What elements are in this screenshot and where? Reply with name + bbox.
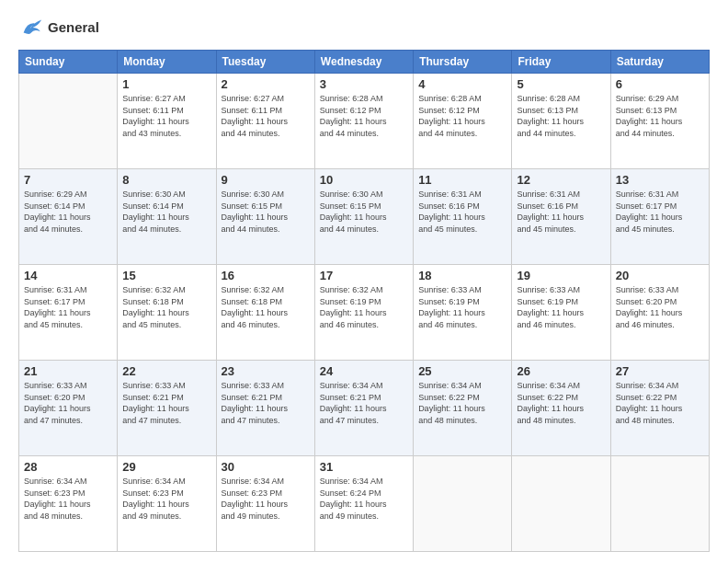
logo-icon [18,15,44,40]
calendar-cell: 20Sunrise: 6:33 AM Sunset: 6:20 PM Dayli… [610,265,709,361]
day-number: 13 [616,173,704,187]
day-header-wednesday: Wednesday [314,51,413,74]
day-info: Sunrise: 6:31 AM Sunset: 6:16 PM Dayligh… [418,189,506,235]
calendar-table: SundayMondayTuesdayWednesdayThursdayFrid… [18,50,710,552]
day-number: 31 [320,460,408,474]
day-info: Sunrise: 6:32 AM Sunset: 6:18 PM Dayligh… [122,284,210,330]
day-info: Sunrise: 6:33 AM Sunset: 6:21 PM Dayligh… [222,380,310,426]
day-number: 14 [24,269,112,282]
calendar-cell: 9Sunrise: 6:30 AM Sunset: 6:15 PM Daylig… [216,169,314,265]
calendar-cell: 22Sunrise: 6:33 AM Sunset: 6:21 PM Dayli… [118,361,216,456]
day-info: Sunrise: 6:29 AM Sunset: 6:13 PM Dayligh… [616,93,704,139]
day-info: Sunrise: 6:30 AM Sunset: 6:15 PM Dayligh… [222,189,310,235]
day-number: 28 [24,460,112,474]
day-number: 10 [320,173,408,187]
calendar-week-1: 1Sunrise: 6:27 AM Sunset: 6:11 PM Daylig… [19,74,710,169]
logo-text: General [48,19,99,36]
day-number: 29 [122,460,210,474]
day-number: 5 [517,77,605,91]
day-number: 27 [616,364,704,378]
calendar-cell: 16Sunrise: 6:32 AM Sunset: 6:18 PM Dayli… [216,265,314,361]
day-number: 7 [24,173,112,187]
calendar-week-2: 7Sunrise: 6:29 AM Sunset: 6:14 PM Daylig… [19,169,710,265]
day-info: Sunrise: 6:34 AM Sunset: 6:21 PM Dayligh… [320,380,408,426]
calendar-cell: 18Sunrise: 6:33 AM Sunset: 6:19 PM Dayli… [414,265,512,361]
header: General [18,15,710,40]
day-info: Sunrise: 6:34 AM Sunset: 6:22 PM Dayligh… [616,380,704,426]
day-info: Sunrise: 6:32 AM Sunset: 6:19 PM Dayligh… [320,284,408,330]
day-info: Sunrise: 6:28 AM Sunset: 6:12 PM Dayligh… [418,93,506,139]
day-number: 19 [517,269,605,282]
day-number: 23 [222,364,310,378]
calendar-week-4: 21Sunrise: 6:33 AM Sunset: 6:20 PM Dayli… [19,361,710,456]
day-info: Sunrise: 6:33 AM Sunset: 6:19 PM Dayligh… [418,284,506,330]
day-header-sunday: Sunday [19,51,118,74]
day-number: 30 [222,460,310,474]
day-number: 22 [122,364,210,378]
day-number: 26 [517,364,605,378]
day-header-monday: Monday [118,51,216,74]
day-number: 11 [418,173,506,187]
calendar-cell: 30Sunrise: 6:34 AM Sunset: 6:23 PM Dayli… [216,456,314,552]
day-info: Sunrise: 6:32 AM Sunset: 6:18 PM Dayligh… [222,284,310,330]
day-info: Sunrise: 6:31 AM Sunset: 6:17 PM Dayligh… [24,284,112,330]
day-info: Sunrise: 6:34 AM Sunset: 6:24 PM Dayligh… [320,476,408,522]
day-number: 16 [222,269,310,282]
day-info: Sunrise: 6:34 AM Sunset: 6:23 PM Dayligh… [222,476,310,522]
calendar-cell: 31Sunrise: 6:34 AM Sunset: 6:24 PM Dayli… [314,456,413,552]
day-info: Sunrise: 6:33 AM Sunset: 6:20 PM Dayligh… [616,284,704,330]
calendar-cell: 24Sunrise: 6:34 AM Sunset: 6:21 PM Dayli… [314,361,413,456]
day-info: Sunrise: 6:33 AM Sunset: 6:20 PM Dayligh… [24,380,112,426]
calendar-cell: 10Sunrise: 6:30 AM Sunset: 6:15 PM Dayli… [314,169,413,265]
calendar-cell: 29Sunrise: 6:34 AM Sunset: 6:23 PM Dayli… [118,456,216,552]
day-info: Sunrise: 6:34 AM Sunset: 6:22 PM Dayligh… [517,380,605,426]
calendar-cell [610,456,709,552]
day-info: Sunrise: 6:30 AM Sunset: 6:14 PM Dayligh… [122,189,210,235]
calendar-week-5: 28Sunrise: 6:34 AM Sunset: 6:23 PM Dayli… [19,456,710,552]
day-number: 15 [122,269,210,282]
calendar-cell: 28Sunrise: 6:34 AM Sunset: 6:23 PM Dayli… [19,456,118,552]
calendar-cell: 6Sunrise: 6:29 AM Sunset: 6:13 PM Daylig… [610,74,709,169]
day-info: Sunrise: 6:34 AM Sunset: 6:23 PM Dayligh… [122,476,210,522]
calendar-cell: 26Sunrise: 6:34 AM Sunset: 6:22 PM Dayli… [512,361,610,456]
day-info: Sunrise: 6:28 AM Sunset: 6:13 PM Dayligh… [517,93,605,139]
day-number: 20 [616,269,704,282]
day-info: Sunrise: 6:27 AM Sunset: 6:11 PM Dayligh… [122,93,210,139]
day-info: Sunrise: 6:31 AM Sunset: 6:16 PM Dayligh… [517,189,605,235]
day-header-friday: Friday [512,51,610,74]
calendar-cell: 15Sunrise: 6:32 AM Sunset: 6:18 PM Dayli… [118,265,216,361]
calendar-cell: 27Sunrise: 6:34 AM Sunset: 6:22 PM Dayli… [610,361,709,456]
day-number: 21 [24,364,112,378]
calendar-cell: 25Sunrise: 6:34 AM Sunset: 6:22 PM Dayli… [414,361,512,456]
calendar-cell: 5Sunrise: 6:28 AM Sunset: 6:13 PM Daylig… [512,74,610,169]
day-number: 25 [418,364,506,378]
calendar-cell: 1Sunrise: 6:27 AM Sunset: 6:11 PM Daylig… [118,74,216,169]
day-info: Sunrise: 6:29 AM Sunset: 6:14 PM Dayligh… [24,189,112,235]
calendar-cell: 14Sunrise: 6:31 AM Sunset: 6:17 PM Dayli… [19,265,118,361]
day-number: 9 [222,173,310,187]
calendar-cell: 21Sunrise: 6:33 AM Sunset: 6:20 PM Dayli… [19,361,118,456]
calendar-cell: 19Sunrise: 6:33 AM Sunset: 6:19 PM Dayli… [512,265,610,361]
day-number: 1 [122,77,210,91]
calendar-cell: 23Sunrise: 6:33 AM Sunset: 6:21 PM Dayli… [216,361,314,456]
day-number: 2 [222,77,310,91]
day-number: 17 [320,269,408,282]
day-info: Sunrise: 6:30 AM Sunset: 6:15 PM Dayligh… [320,189,408,235]
calendar-cell: 3Sunrise: 6:28 AM Sunset: 6:12 PM Daylig… [314,74,413,169]
day-header-thursday: Thursday [414,51,512,74]
day-info: Sunrise: 6:27 AM Sunset: 6:11 PM Dayligh… [222,93,310,139]
day-number: 8 [122,173,210,187]
calendar-cell: 8Sunrise: 6:30 AM Sunset: 6:14 PM Daylig… [118,169,216,265]
calendar-cell: 12Sunrise: 6:31 AM Sunset: 6:16 PM Dayli… [512,169,610,265]
day-info: Sunrise: 6:31 AM Sunset: 6:17 PM Dayligh… [616,189,704,235]
day-number: 4 [418,77,506,91]
day-header-saturday: Saturday [610,51,709,74]
day-number: 6 [616,77,704,91]
calendar-cell: 7Sunrise: 6:29 AM Sunset: 6:14 PM Daylig… [19,169,118,265]
day-number: 18 [418,269,506,282]
day-number: 3 [320,77,408,91]
calendar-cell [512,456,610,552]
calendar-cell: 17Sunrise: 6:32 AM Sunset: 6:19 PM Dayli… [314,265,413,361]
day-info: Sunrise: 6:33 AM Sunset: 6:19 PM Dayligh… [517,284,605,330]
calendar-cell: 4Sunrise: 6:28 AM Sunset: 6:12 PM Daylig… [414,74,512,169]
